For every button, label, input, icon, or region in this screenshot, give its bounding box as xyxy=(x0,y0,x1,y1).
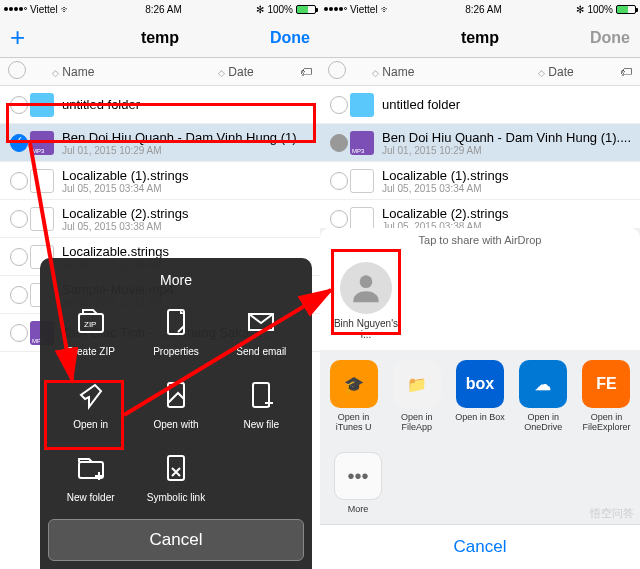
screen-left: Viettel ᯤ 8:26 AM ✻ 100% + temp Done ◇ N… xyxy=(0,0,320,569)
more-item-new-file[interactable]: New file xyxy=(219,367,304,440)
row-check[interactable] xyxy=(330,134,348,152)
more-item-new-folder[interactable]: New folder xyxy=(48,440,133,513)
battery-icon xyxy=(616,5,636,14)
more-item-open-with[interactable]: Open with xyxy=(133,367,218,440)
file-name: Localizable (2).strings xyxy=(382,206,632,221)
more-item-label: New folder xyxy=(67,492,115,503)
row-check[interactable] xyxy=(330,96,348,114)
tag-icon[interactable]: 🏷 xyxy=(288,65,312,79)
more-item-send-email[interactable]: Send email xyxy=(219,294,304,367)
file-type-icon xyxy=(30,169,54,193)
select-all-check[interactable] xyxy=(8,61,26,79)
share-app[interactable]: 🎓Open in iTunes U xyxy=(326,360,381,432)
avatar-icon xyxy=(340,262,392,314)
row-check[interactable] xyxy=(330,172,348,190)
watermark: 悟空问答 xyxy=(590,506,634,521)
tag-icon[interactable]: 🏷 xyxy=(608,65,632,79)
col-date[interactable]: Date xyxy=(548,65,573,79)
more-cancel-button[interactable]: Cancel xyxy=(48,519,304,561)
file-row[interactable]: Localizable (2).stringsJul 05, 2015 03:3… xyxy=(0,200,320,238)
row-check[interactable] xyxy=(10,210,28,228)
share-app[interactable]: ☁Open in OneDrive xyxy=(516,360,571,432)
share-action-more[interactable]: •••More xyxy=(330,452,386,514)
more-item-label: Properties xyxy=(153,346,199,357)
app-icon: box xyxy=(456,360,504,408)
col-date[interactable]: Date xyxy=(228,65,253,79)
app-icon: 🎓 xyxy=(330,360,378,408)
share-cancel-button[interactable]: Cancel xyxy=(320,524,640,569)
done-button[interactable]: Done xyxy=(260,29,310,47)
more-title: More xyxy=(48,266,304,294)
file-row[interactable]: Ben Doi Hiu Quanh - Dam Vinh Hung (1)...… xyxy=(0,124,320,162)
app-label: Open in FileApp xyxy=(389,412,444,432)
row-check[interactable] xyxy=(330,210,348,228)
file-row[interactable]: untitled folder xyxy=(320,86,640,124)
file-row[interactable]: Localizable (1).stringsJul 05, 2015 03:3… xyxy=(320,162,640,200)
file-row[interactable]: untitled folder xyxy=(0,86,320,124)
row-check[interactable] xyxy=(10,248,28,266)
share-app[interactable]: boxOpen in Box xyxy=(452,360,507,432)
list-header: ◇ Name ◇ Date 🏷 xyxy=(320,58,640,86)
more-item-create-zip[interactable]: ZIPCreate ZIP xyxy=(48,294,133,367)
file-date: Jul 05, 2015 03:38 AM xyxy=(62,221,312,232)
battery-icon xyxy=(296,5,316,14)
more-item-open-in[interactable]: Open in xyxy=(48,367,133,440)
row-check[interactable] xyxy=(10,134,28,152)
row-check[interactable] xyxy=(10,324,28,342)
status-bar: Viettel ᯤ 8:26 AM ✻ 100% xyxy=(0,0,320,18)
file-row[interactable]: Ben Doi Hiu Quanh - Dam Vinh Hung (1)...… xyxy=(320,124,640,162)
airdrop-row: Binh Nguyen's i... xyxy=(320,252,640,350)
file-name: Localizable (2).strings xyxy=(62,206,312,221)
row-check[interactable] xyxy=(10,172,28,190)
screen-right: Viettel ᯤ 8:26 AM ✻ 100% temp Done ◇ Nam… xyxy=(320,0,640,569)
battery-pct: 100% xyxy=(587,4,613,15)
app-label: Open in OneDrive xyxy=(516,412,571,432)
col-name[interactable]: Name xyxy=(382,65,414,79)
add-button[interactable]: + xyxy=(10,22,60,53)
file-type-icon xyxy=(350,131,374,155)
airdrop-name: Binh Nguyen's i... xyxy=(330,318,402,340)
file-name: untitled folder xyxy=(382,97,632,112)
app-icon: ☁ xyxy=(519,360,567,408)
file-name: Ben Doi Hiu Quanh - Dam Vinh Hung (1)...… xyxy=(382,130,632,145)
app-icon: FE xyxy=(582,360,630,408)
share-app[interactable]: 📁Open in FileApp xyxy=(389,360,444,432)
more-panel: More ZIPCreate ZIPPropertiesSend emailOp… xyxy=(40,258,312,569)
share-app[interactable]: FEOpen in FileExplorer xyxy=(579,360,634,432)
row-check[interactable] xyxy=(10,96,28,114)
battery-pct: 100% xyxy=(267,4,293,15)
app-icon: 📁 xyxy=(393,360,441,408)
airdrop-contact[interactable]: Binh Nguyen's i... xyxy=(330,262,402,340)
action-label: More xyxy=(348,504,369,514)
more-item-label: Send email xyxy=(236,346,286,357)
col-name[interactable]: Name xyxy=(62,65,94,79)
clock: 8:26 AM xyxy=(465,4,502,15)
svg-point-8 xyxy=(360,275,373,288)
more-item-label: New file xyxy=(244,419,280,430)
more-item-label: Symbolic link xyxy=(147,492,205,503)
wifi-icon: ᯤ xyxy=(61,4,71,15)
nav-bar: + temp Done xyxy=(0,18,320,58)
signal-dots xyxy=(4,7,27,11)
wifi-icon: ᯤ xyxy=(381,4,391,15)
svg-rect-7 xyxy=(168,456,184,480)
more-item-properties[interactable]: Properties xyxy=(133,294,218,367)
clock: 8:26 AM xyxy=(145,4,182,15)
more-item-symbolic-link[interactable]: Symbolic link xyxy=(133,440,218,513)
list-header: ◇ Name ◇ Date 🏷 xyxy=(0,58,320,86)
file-name: Localizable (1).strings xyxy=(62,168,312,183)
select-all-check[interactable] xyxy=(328,61,346,79)
status-bar: Viettel ᯤ 8:26 AM ✻ 100% xyxy=(320,0,640,18)
done-button[interactable]: Done xyxy=(580,29,630,47)
file-name: Ben Doi Hiu Quanh - Dam Vinh Hung (1)...… xyxy=(62,130,312,145)
signal-dots xyxy=(324,7,347,11)
file-name: untitled folder xyxy=(62,97,312,112)
file-row[interactable]: Localizable (1).stringsJul 05, 2015 03:3… xyxy=(0,162,320,200)
bt-icon: ✻ xyxy=(576,4,584,15)
file-name: Localizable (1).strings xyxy=(382,168,632,183)
row-check[interactable] xyxy=(10,286,28,304)
file-type-icon xyxy=(30,93,54,117)
file-type-icon xyxy=(350,93,374,117)
carrier-label: Viettel xyxy=(350,4,378,15)
nav-bar: temp Done xyxy=(320,18,640,58)
